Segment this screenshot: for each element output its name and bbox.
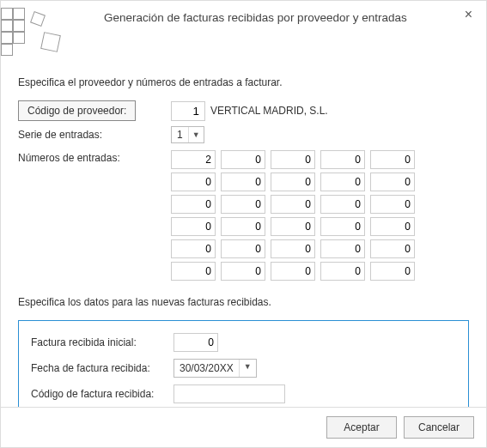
supplier-name: VERTICAL MADRID, S.L. xyxy=(210,105,328,117)
supplier-code-input[interactable] xyxy=(171,101,205,121)
entry-number-input[interactable] xyxy=(171,217,216,236)
entry-number-input[interactable] xyxy=(271,173,315,191)
entry-number-input[interactable] xyxy=(171,239,216,258)
entry-number-input[interactable] xyxy=(320,195,365,214)
invoice-code-label: Código de factura recibida: xyxy=(31,388,173,400)
entry-number-input[interactable] xyxy=(320,262,365,281)
entry-number-input[interactable] xyxy=(370,217,415,236)
entry-number-input[interactable] xyxy=(171,262,216,281)
invoice-date-value: 30/03/20XX xyxy=(174,360,239,377)
entry-number-input[interactable] xyxy=(171,173,216,191)
entry-number-input[interactable] xyxy=(370,195,415,214)
entry-number-input[interactable] xyxy=(221,262,265,281)
section2-intro: Especifica los datos para las nuevas fac… xyxy=(18,296,469,308)
entry-number-input[interactable] xyxy=(271,217,315,236)
entry-number-input[interactable] xyxy=(271,262,315,281)
entry-number-input[interactable] xyxy=(271,239,315,258)
entry-number-input[interactable] xyxy=(370,239,415,258)
entry-number-input[interactable] xyxy=(171,195,216,214)
app-logo xyxy=(1,8,70,59)
entry-number-input[interactable] xyxy=(320,239,365,258)
series-dropdown[interactable]: 1 ▼ xyxy=(171,126,204,143)
dialog-footer: Aceptar Cancelar xyxy=(1,407,486,447)
entry-number-input[interactable] xyxy=(221,173,265,191)
entry-number-input[interactable] xyxy=(271,195,315,214)
invoice-date-picker[interactable]: 30/03/20XX ▼ xyxy=(173,359,257,378)
entry-number-input[interactable] xyxy=(271,150,315,169)
entry-number-input[interactable] xyxy=(320,173,365,191)
entry-numbers-grid xyxy=(171,150,469,281)
section1-intro: Especifica el proveedor y números de ent… xyxy=(18,76,469,88)
entry-number-input[interactable] xyxy=(320,150,365,169)
entry-number-input[interactable] xyxy=(221,217,265,236)
numbers-label: Números de entradas: xyxy=(18,148,171,164)
chevron-down-icon: ▼ xyxy=(188,127,204,142)
cancel-button[interactable]: Cancelar xyxy=(404,416,474,439)
series-value: 1 xyxy=(172,127,188,142)
supplier-code-button[interactable]: Código de proveedor: xyxy=(18,100,136,121)
close-icon[interactable]: × xyxy=(461,8,476,21)
dialog-header: Generación de facturas recibidas por pro… xyxy=(1,1,486,59)
initial-invoice-input[interactable] xyxy=(173,333,218,352)
dialog-title: Generación de facturas recibidas por pro… xyxy=(70,8,461,24)
series-label: Serie de entradas: xyxy=(18,129,171,141)
entry-number-input[interactable] xyxy=(221,150,265,169)
entry-number-input[interactable] xyxy=(320,217,365,236)
invoice-code-input[interactable] xyxy=(173,384,285,403)
entry-number-input[interactable] xyxy=(370,150,415,169)
entry-number-input[interactable] xyxy=(221,195,265,214)
entry-number-input[interactable] xyxy=(370,173,415,191)
chevron-down-icon: ▼ xyxy=(239,360,256,377)
initial-invoice-label: Factura recibida inicial: xyxy=(31,336,173,348)
entry-number-input[interactable] xyxy=(171,150,216,169)
invoice-date-label: Fecha de factura recibida: xyxy=(31,362,173,374)
entry-number-input[interactable] xyxy=(370,262,415,281)
accept-button[interactable]: Aceptar xyxy=(326,416,397,439)
entry-number-input[interactable] xyxy=(221,239,265,258)
